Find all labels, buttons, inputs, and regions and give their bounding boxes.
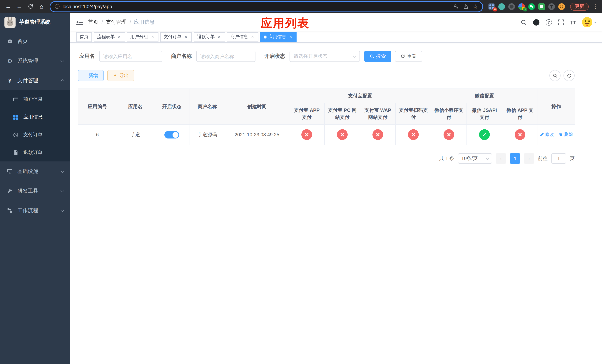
app-name-label: 应用名 [79, 53, 95, 60]
row-status-switch[interactable] [164, 131, 179, 138]
next-page-button[interactable]: › [524, 153, 534, 163]
extension-icon-wechat[interactable] [528, 3, 535, 10]
cell-created: 2021-10-23 08:49:25 [225, 124, 289, 145]
close-icon[interactable]: × [183, 34, 188, 39]
sidebar-item-label: 研发工具 [17, 188, 38, 194]
sidebar-item-refund-order[interactable]: 退款订单 [0, 144, 70, 161]
sidebar-logo[interactable]: 芋道管理系统 [0, 13, 70, 32]
sidebar-item-home[interactable]: 首页 [0, 32, 70, 51]
site-info-icon[interactable]: ⓘ [55, 3, 60, 10]
sidebar-item-infrastructure[interactable]: 基础设施 [0, 161, 70, 181]
merchant-name-input[interactable] [196, 51, 256, 62]
export-button[interactable]: 导出 [107, 70, 134, 81]
toggle-search-button[interactable] [549, 70, 560, 81]
close-icon[interactable]: × [216, 34, 222, 39]
button-label: 导出 [119, 72, 129, 79]
column-header: 支付宝 APP 支付 [289, 103, 324, 124]
page-size-select[interactable]: 10条/页 [458, 153, 492, 163]
goto-page-input[interactable] [551, 153, 566, 163]
tab-label: 支付订单 [164, 34, 182, 40]
breadcrumb-separator: / [101, 19, 103, 25]
table-toolbar: + 新增 导出 [78, 70, 575, 81]
close-icon[interactable]: × [150, 34, 155, 39]
grid-icon [13, 114, 19, 120]
chevron-down-icon [485, 156, 489, 160]
column-header: 应用编号 [78, 89, 117, 124]
breadcrumb-current: 应用信息 [134, 19, 155, 26]
reset-button[interactable]: 重置 [395, 51, 422, 62]
gear-icon: ⚙ [7, 58, 13, 64]
tab-pay-order[interactable]: 支付订单 × [160, 32, 192, 42]
delete-link[interactable]: 删除 [559, 131, 573, 138]
tab-user-group[interactable]: 用户分组 × [127, 32, 159, 42]
chevron-down-icon [61, 189, 64, 192]
search-button[interactable]: 搜索 [364, 51, 391, 62]
breadcrumb-payment[interactable]: 支付管理 [106, 19, 127, 26]
tab-home[interactable]: 首页 [76, 32, 92, 42]
sidebar-item-payment[interactable]: ¥ 支付管理 [0, 71, 70, 90]
page-content: 应用名 商户名称 开启状态 请选择开启状态 搜索 重置 [70, 43, 602, 364]
tab-refund-order[interactable]: 退款订单 × [194, 32, 225, 42]
extension-icon-teal[interactable] [498, 3, 505, 10]
browser-reload-icon[interactable] [25, 1, 35, 12]
plus-icon: + [83, 73, 87, 78]
cell-app-name: 芋道 [117, 124, 154, 145]
column-header: 开启状态 [154, 89, 190, 124]
sidebar-item-pay-order[interactable]: 支付订单 [0, 126, 70, 144]
extension-icon-multicolor[interactable]: 1 [518, 3, 525, 10]
browser-home-icon[interactable]: ⌂ [36, 1, 47, 12]
tab-app-info[interactable]: 应用信息 × [260, 32, 297, 42]
sidebar-collapse-icon[interactable] [76, 19, 83, 25]
page-number-button[interactable]: 1 [510, 153, 520, 163]
chevron-up-icon [61, 79, 64, 83]
goto-suffix-label: 页 [570, 155, 575, 162]
browser-forward-icon[interactable]: → [14, 1, 24, 12]
tab-process-form[interactable]: 流程表单 × [94, 32, 125, 42]
add-button[interactable]: + 新增 [78, 70, 104, 81]
extension-icon-face[interactable] [558, 3, 565, 10]
caret-down-icon: ▾ [594, 20, 596, 24]
user-avatar[interactable]: ▾ [582, 17, 596, 28]
close-icon[interactable]: × [117, 34, 122, 39]
extension-icon-green-square[interactable] [538, 3, 545, 10]
document-icon [13, 150, 19, 155]
close-icon[interactable]: × [288, 34, 293, 39]
bookmark-star-icon[interactable]: ☆ [473, 3, 478, 10]
sidebar-item-merchant-info[interactable]: 商户信息 [0, 90, 70, 108]
font-size-icon[interactable]: TT [570, 19, 576, 25]
sidebar-item-system[interactable]: ⚙ 系统管理 [0, 51, 70, 71]
total-count: 共 1 条 [439, 155, 454, 162]
extension-icon-grid[interactable]: 10 [488, 3, 495, 10]
sidebar-item-workflow[interactable]: 工作流程 [0, 201, 70, 220]
share-icon[interactable] [463, 4, 468, 9]
extension-icon-dark[interactable] [508, 3, 515, 10]
fullscreen-icon[interactable] [558, 19, 564, 25]
extension-strip: 10 1 [486, 3, 567, 10]
tab-label: 退款订单 [197, 34, 215, 40]
tab-merchant-info[interactable]: 商户信息 × [227, 32, 258, 42]
browser-update-button[interactable]: 更新 [570, 2, 589, 11]
github-icon[interactable] [533, 19, 540, 26]
sidebar-item-app-info[interactable]: 应用信息 [0, 108, 70, 126]
breadcrumb-home[interactable]: 首页 [88, 19, 98, 26]
status-select[interactable]: 请选择开启状态 [290, 51, 360, 62]
sidebar-item-dev-tools[interactable]: 研发工具 [0, 181, 70, 201]
browser-menu-icon[interactable]: ⋮ [592, 3, 599, 10]
extension-icon-gray[interactable] [548, 3, 555, 10]
refresh-button[interactable] [563, 70, 575, 81]
browser-back-icon[interactable]: ← [3, 1, 13, 12]
edit-link[interactable]: 修改 [540, 131, 554, 138]
prev-page-button[interactable]: ‹ [496, 153, 506, 163]
logo-avatar [4, 17, 16, 28]
search-icon[interactable] [520, 19, 527, 25]
password-key-icon[interactable] [453, 4, 459, 9]
tab-label: 商户信息 [230, 34, 248, 40]
address-bar[interactable]: ⓘ localhost:1024/pay/app ☆ [50, 2, 483, 11]
close-icon[interactable]: × [250, 34, 255, 39]
sidebar: 芋道管理系统 首页 ⚙ 系统管理 ¥ 支付管理 [0, 13, 70, 364]
sidebar-item-label: 首页 [17, 38, 28, 45]
app-name-input[interactable] [99, 51, 162, 62]
breadcrumb: 首页 / 支付管理 / 应用信息 [88, 19, 155, 26]
select-placeholder: 请选择开启状态 [294, 53, 327, 60]
help-icon[interactable]: ? [546, 19, 552, 25]
